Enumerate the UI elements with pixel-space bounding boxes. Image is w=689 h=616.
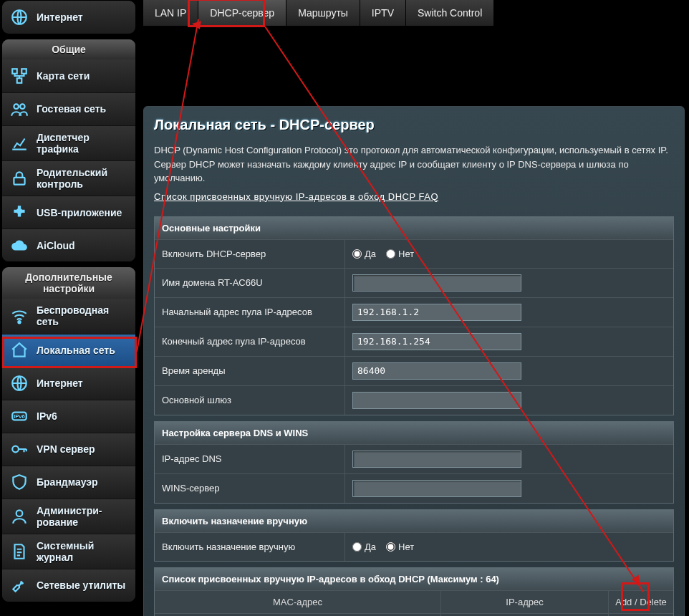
label-pool-start: Начальный адрес пула IP-адресов (155, 298, 345, 327)
col-header-mac: MAC-адрес (155, 591, 441, 613)
radio-manual-no[interactable]: Нет (386, 542, 414, 552)
svg-rect-2 (21, 69, 26, 74)
sidebar-item-label: VPN сервер (37, 443, 128, 455)
vpn-key-icon (9, 439, 29, 459)
svg-rect-3 (17, 78, 22, 83)
page-title: Локальная сеть - DHCP-сервер (154, 117, 674, 133)
sidebar-item-parental-control[interactable]: Родительский контроль (2, 160, 135, 196)
tab-dhcp-server[interactable]: DHCP-сервер (198, 0, 286, 26)
svg-rect-6 (14, 178, 24, 185)
sidebar-item-label: USB-приложение (37, 207, 128, 218)
tab-bar: LAN IP DHCP-сервер Маршруты IPTV Switch … (143, 0, 688, 26)
sidebar-item-label: IPv6 (37, 410, 128, 422)
sidebar-item-firewall[interactable]: Брандмауэр (2, 466, 135, 499)
puzzle-icon (9, 203, 29, 223)
section-dnswins-title: Настройка сервера DNS и WINS (155, 422, 673, 444)
sidebar-item-administration[interactable]: Администри-рование (2, 499, 135, 534)
label-enable-dhcp: Включить DHCP-сервер (155, 240, 345, 268)
traffic-chart-icon (9, 133, 29, 153)
globe-arrow-icon (9, 7, 29, 27)
input-lease[interactable] (352, 362, 521, 380)
tab-routes[interactable]: Маршруты (286, 0, 360, 26)
sidebar-item-label: Локальная сеть (37, 345, 128, 356)
admin-user-icon (9, 506, 29, 526)
svg-rect-1 (12, 69, 17, 74)
shield-icon (9, 472, 29, 492)
section-static: Список присвоенных вручную IP-адресов в … (154, 567, 674, 617)
page-description: DHCP (Dynamic Host Configuration Protoco… (154, 143, 674, 186)
sidebar-item-label: Карта сети (37, 70, 128, 82)
svg-point-12 (16, 510, 23, 516)
home-icon (9, 340, 29, 360)
sidebar-item-internet-top[interactable]: Интернет (2, 1, 135, 34)
wifi-icon (9, 306, 29, 326)
radio-enable-yes[interactable]: Да (352, 249, 376, 259)
svg-point-5 (20, 104, 25, 109)
sidebar-item-label: Диспетчер трафика (37, 132, 128, 155)
sidebar-item-label: Интернет (37, 11, 128, 23)
input-domain[interactable] (352, 274, 521, 292)
sidebar-item-label: Брандмауэр (37, 476, 128, 488)
label-domain: Имя домена RT-AC66U (155, 269, 345, 297)
section-manual: Включить назначение вручную Включить наз… (154, 509, 674, 562)
lock-icon (9, 168, 29, 188)
tab-switch-control[interactable]: Switch Control (406, 0, 493, 26)
sidebar-item-ipv6[interactable]: IPv6 IPv6 (2, 400, 135, 433)
label-manual-enable: Включить назначение вручную (155, 533, 345, 561)
label-pool-end: Конечный адрес пула IP-адресов (155, 327, 345, 356)
sidebar-item-label: Беспроводная сеть (37, 304, 128, 327)
document-icon (9, 542, 29, 562)
input-pool-start[interactable] (352, 304, 521, 321)
radio-enable-no[interactable]: Нет (386, 249, 414, 259)
sidebar-item-aicloud[interactable]: AiCloud (2, 228, 135, 261)
label-lease: Время аренды (155, 357, 345, 385)
sidebar-item-label: AiCloud (37, 240, 128, 251)
sidebar-item-label: Родительский контроль (37, 167, 128, 190)
section-static-title: Список присвоенных вручную IP-адресов в … (155, 568, 673, 590)
sidebar-item-label: Гостевая сеть (37, 103, 128, 115)
label-dns: IP-адрес DNS (155, 445, 345, 473)
sidebar-item-traffic-manager[interactable]: Диспетчер трафика (2, 125, 135, 160)
svg-point-11 (12, 446, 19, 453)
sidebar-item-usb-app[interactable]: USB-приложение (2, 196, 135, 228)
cloud-icon (9, 236, 29, 256)
sidebar-group-general: Общие (2, 39, 135, 59)
users-icon (9, 100, 29, 120)
sidebar-item-wireless[interactable]: Беспроводная сеть (2, 299, 135, 333)
sidebar-item-network-tools[interactable]: Сетевые утилиты (2, 569, 135, 602)
section-dnswins: Настройка сервера DNS и WINS IP-адрес DN… (154, 421, 674, 504)
sidebar-item-label: Интернет (37, 377, 128, 389)
tab-iptv[interactable]: IPTV (360, 0, 406, 26)
label-gateway: Основной шлюз (155, 386, 345, 415)
network-map-icon (9, 66, 29, 86)
svg-point-4 (14, 104, 19, 109)
faq-link[interactable]: Список присвоенных вручную IP-адресов в … (154, 191, 438, 202)
label-wins: WINS-сервер (155, 474, 345, 503)
sidebar-item-label: Администри-рование (37, 505, 128, 528)
sidebar-item-lan[interactable]: Локальная сеть (2, 334, 135, 367)
section-basic: Основные настройки Включить DHCP-сервер … (154, 216, 674, 415)
sidebar-item-label: Сетевые утилиты (37, 579, 128, 591)
input-gateway[interactable] (352, 392, 521, 409)
input-wins[interactable] (352, 480, 521, 497)
col-header-add: Add / Delete (609, 591, 673, 613)
sidebar-item-syslog[interactable]: Системный журнал (2, 534, 135, 569)
tab-lan-ip[interactable]: LAN IP (143, 0, 198, 26)
col-header-ip: IP-адрес (441, 591, 609, 613)
sidebar-item-label: Системный журнал (37, 540, 128, 563)
section-basic-title: Основные настройки (155, 217, 673, 239)
sidebar-item-guest-network[interactable]: Гостевая сеть (2, 92, 135, 125)
ipv6-icon: IPv6 (9, 406, 29, 426)
radio-manual-yes[interactable]: Да (352, 542, 376, 552)
section-manual-title: Включить назначение вручную (155, 510, 673, 532)
sidebar-item-network-map[interactable]: Карта сети (2, 59, 135, 92)
sidebar: Интернет Общие Карта сети Гостевая сеть … (1, 0, 136, 616)
sidebar-item-wan[interactable]: Интернет (2, 367, 135, 400)
sidebar-group-advanced: Дополнительные настройки (2, 267, 135, 299)
tools-icon (9, 575, 29, 595)
sidebar-item-vpn[interactable]: VPN сервер (2, 433, 135, 466)
svg-text:IPv6: IPv6 (14, 413, 25, 420)
input-dns[interactable] (352, 451, 521, 468)
svg-point-7 (18, 322, 20, 324)
input-pool-end[interactable] (352, 333, 521, 350)
